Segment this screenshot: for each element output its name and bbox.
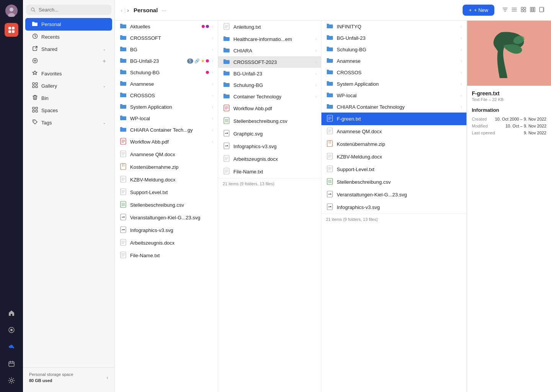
sort-icon[interactable] — [502, 7, 508, 14]
sidebar-item-shared[interactable]: Shared ⌄ — [25, 43, 112, 55]
list-item[interactable]: CROSSSOFT › — [115, 32, 218, 44]
list-item[interactable]: Anamnese › — [321, 55, 466, 67]
list-item[interactable]: File-Name.txt — [115, 249, 218, 262]
list-item[interactable]: Container Technology › — [218, 91, 321, 102]
sidebar-item-gallery[interactable]: Gallery ⌄ — [25, 80, 112, 92]
chevron-right-icon: › — [461, 59, 462, 63]
list-item[interactable]: KZBV-Meldung.docx — [115, 173, 218, 186]
grid-view-icon[interactable] — [520, 7, 527, 14]
list-item[interactable]: KZBV-Meldung.docx — [321, 150, 466, 163]
list-item[interactable]: CROSSOS › — [321, 67, 466, 78]
sidebar-item-add[interactable]: + — [25, 55, 112, 67]
chevron-right-icon: › — [212, 140, 213, 144]
list-item[interactable]: Stellenbeschreibung.csv — [321, 176, 466, 188]
list-item[interactable]: BG-Unfall-23 › — [321, 32, 466, 44]
sidebar-item-tags[interactable]: Tags ⌄ — [25, 116, 112, 129]
sidebar-item-bin[interactable]: Bin — [25, 92, 112, 104]
list-item[interactable]: Infographics-v3.svg — [321, 201, 466, 214]
app-icon-notification[interactable] — [5, 323, 18, 337]
list-item[interactable]: Graphpic.svg — [218, 127, 321, 140]
add-button[interactable]: + — [103, 58, 106, 65]
list-item[interactable]: Anamnese QM.docx — [321, 125, 466, 138]
list-item[interactable]: CROSSOS › — [115, 90, 218, 101]
list-item[interactable]: Stellenbeschreibung.csv — [115, 199, 218, 211]
preview-view-icon[interactable] — [539, 7, 545, 14]
svg-rect-26 — [524, 10, 526, 12]
list-item[interactable]: Workflow Abb.pdf — [218, 102, 321, 115]
path-more-button[interactable]: ··· — [161, 7, 166, 13]
column-view-icon[interactable] — [530, 7, 536, 14]
svg-rect-25 — [521, 10, 523, 12]
file-column-3: INFINITYQ › BG-Unfall-23 › Schulung-BG ›… — [321, 21, 467, 392]
list-item[interactable]: Anleitung.txt — [218, 21, 321, 33]
list-item[interactable]: WP-local › — [321, 90, 466, 101]
list-item[interactable]: CROSSSOFT-2023 › — [218, 56, 321, 68]
list-item[interactable]: Aktuelles › — [115, 21, 218, 32]
pdf-icon — [119, 138, 127, 146]
column-footer-3: 21 items (9 folders, 13 files) — [321, 214, 466, 225]
nav-back-button[interactable]: ‹ — [121, 7, 123, 13]
list-item[interactable]: Workflow Abb.pdf › — [115, 136, 218, 148]
avatar[interactable] — [5, 5, 18, 17]
list-item[interactable]: BG-Unfall-23 › — [218, 68, 321, 79]
sidebar-item-recents[interactable]: Recents — [25, 31, 112, 43]
list-item[interactable]: Arbeitszeugnis.docx — [115, 237, 218, 249]
list-item[interactable]: Infographics-v3.svg — [115, 224, 218, 237]
app-icon-cloud[interactable] — [5, 340, 18, 354]
collapse-icon[interactable]: ‹ — [106, 374, 108, 381]
list-item[interactable]: Infographics-v3.svg — [218, 140, 321, 153]
list-item[interactable]: WP-local › — [115, 113, 218, 124]
list-view-icon[interactable] — [511, 7, 517, 14]
list-item[interactable]: System Application › — [115, 101, 218, 113]
spaces-icon — [31, 107, 38, 114]
list-item[interactable]: BG-Unfall-23 5 🔗 ★ › — [115, 55, 218, 67]
list-item[interactable]: CHIARA Container Technology › — [321, 101, 466, 113]
sidebar-item-favorites[interactable]: Favorites — [25, 67, 112, 80]
list-item[interactable]: System Application › — [321, 78, 466, 90]
storage-used: 80 GB used — [29, 378, 73, 383]
svg-rect-51 — [327, 140, 333, 147]
column-footer: 21 items (9 folders, 13 files) — [218, 178, 321, 189]
svg-icon — [326, 203, 334, 211]
list-item[interactable]: Healthcare-informatio...em › — [218, 33, 321, 45]
preview-thumbnail — [471, 21, 548, 86]
app-icon-home[interactable] — [5, 306, 18, 320]
list-item[interactable]: Schulung-BG › — [115, 67, 218, 78]
new-button[interactable]: + + New — [463, 5, 494, 16]
app-icon-calendar[interactable] — [5, 357, 18, 371]
list-item[interactable]: File-Name.txt — [218, 165, 321, 178]
list-item[interactable]: Schulung-BG › — [218, 79, 321, 91]
svg-rect-29 — [534, 7, 535, 12]
sidebar-item-spaces[interactable]: Spaces — [25, 104, 112, 116]
list-item[interactable]: Schulung-BG › — [321, 44, 466, 55]
list-item[interactable]: Kostenübernahme.zip — [115, 161, 218, 173]
svg-icon — [223, 142, 230, 150]
list-item-selected[interactable]: F-green.txt — [321, 113, 466, 125]
list-item[interactable]: Stellenbeschreibung.csv — [218, 115, 321, 127]
chevron-down-icon: ⌄ — [103, 47, 106, 52]
list-item[interactable]: Veranstaltungen-Kiel-G...23.svg — [321, 188, 466, 201]
chevron-right-icon: › — [461, 93, 462, 98]
file-name: Kostenübernahme.zip — [130, 164, 213, 170]
list-item[interactable]: CHIARA › — [218, 45, 321, 56]
file-name: KZBV-Meldung.docx — [130, 177, 213, 183]
preview-filename: F-green.txt — [472, 90, 546, 96]
svg-icon — [119, 226, 127, 234]
list-item[interactable]: Anamnese › — [115, 78, 218, 90]
nav-divider: | — [124, 7, 126, 13]
nav-forward-button[interactable]: › — [127, 7, 129, 13]
list-item[interactable]: Support-Level.txt — [115, 186, 218, 199]
list-item[interactable]: BG › — [115, 44, 218, 55]
list-item[interactable]: INFINITYQ › — [321, 21, 466, 32]
list-item[interactable]: Kostenübernahme.zip — [321, 138, 466, 150]
list-item[interactable]: Anamnese QM.docx — [115, 148, 218, 161]
list-item[interactable]: CHIARA Container Tech...gy › — [115, 124, 218, 136]
doc-icon — [326, 127, 334, 136]
app-icon-settings[interactable] — [5, 374, 18, 387]
search-bar[interactable]: Search... — [26, 5, 111, 15]
sidebar-item-personal[interactable]: Personal — [25, 18, 112, 31]
app-icon-files[interactable] — [5, 23, 18, 37]
list-item[interactable]: Support-Level.txt — [321, 163, 466, 176]
list-item[interactable]: Veranstaltungen-Kiel-G...23.svg — [115, 211, 218, 224]
list-item[interactable]: Arbeitszeugnis.docx — [218, 153, 321, 165]
